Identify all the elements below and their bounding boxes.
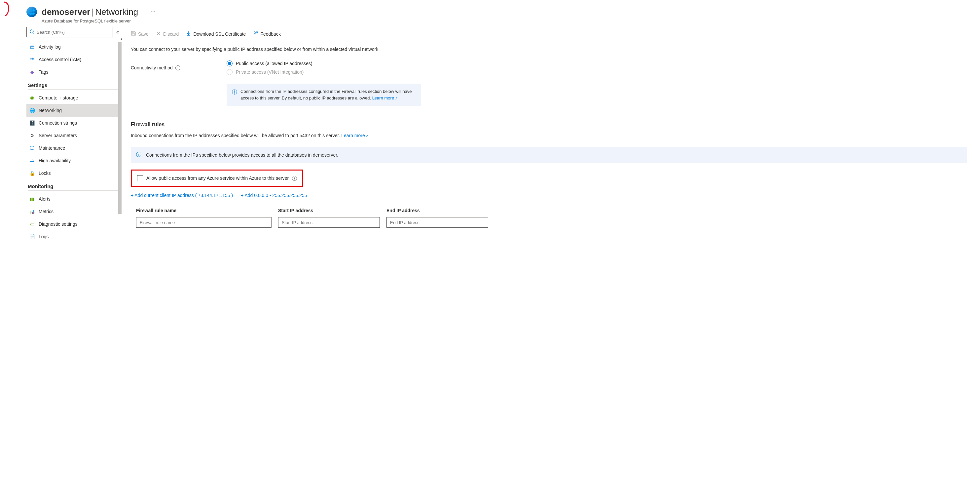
info-icon[interactable]: i [175, 65, 180, 70]
sidebar-section-settings: Settings [28, 82, 119, 89]
sidebar-item-logs[interactable]: 📄 Logs [26, 230, 119, 243]
radio-indicator-icon [227, 69, 232, 75]
svg-point-6 [254, 32, 255, 33]
sidebar-item-networking[interactable]: 🌐 Networking [26, 104, 119, 117]
sidebar-item-label: Server parameters [39, 133, 77, 138]
database-globe-icon: 🌐 [26, 6, 37, 17]
networking-icon: 🌐 [29, 108, 35, 113]
high-availability-icon: ⇄ [29, 158, 35, 163]
sidebar-item-label: Access control (IAM) [39, 57, 81, 62]
end-ip-input[interactable] [387, 217, 488, 228]
sidebar-item-activity-log[interactable]: ▤ Activity log [26, 41, 119, 53]
firewall-rules-heading: Firewall rules [131, 122, 967, 127]
tag-icon: ◆ [29, 69, 35, 75]
connection-strings-icon: 🗄️ [29, 120, 35, 126]
external-link-icon: ↗ [395, 96, 398, 100]
sidebar-item-label: Activity log [39, 44, 61, 49]
sidebar-scrollbar[interactable] [118, 42, 122, 214]
feedback-button[interactable]: Feedback [253, 31, 280, 37]
sidebar-item-label: High availability [39, 158, 71, 163]
download-ssl-button[interactable]: Download SSL Certificate [186, 31, 246, 37]
discard-button[interactable]: Discard [156, 31, 179, 37]
discard-icon [156, 31, 161, 37]
radio-public-access[interactable]: Public access (allowed IP addresses) [227, 61, 967, 67]
lock-icon: 🔒 [29, 171, 35, 176]
collapse-sidebar-button[interactable]: « [116, 29, 119, 35]
sidebar-item-tags[interactable]: ◆ Tags [26, 66, 119, 78]
svg-line-1 [33, 33, 34, 34]
info-icon: ⓘ [232, 88, 237, 101]
start-ip-input[interactable] [278, 217, 380, 228]
learn-more-link[interactable]: Learn more↗ [372, 96, 398, 100]
toolbar: Save Discard Download SSL Certificate [131, 27, 967, 41]
sidebar-item-access-control[interactable]: ᴬᴿ Access control (IAM) [26, 53, 119, 66]
svg-point-0 [30, 30, 33, 33]
activity-log-icon: ▤ [29, 44, 35, 49]
feedback-icon [253, 31, 258, 37]
download-ssl-label: Download SSL Certificate [193, 31, 246, 37]
connectivity-method-text: Connectivity method [131, 65, 173, 70]
sidebar-item-compute-storage[interactable]: ◉ Compute + storage [26, 92, 119, 104]
more-button[interactable]: ··· [151, 9, 156, 14]
firewall-rule-name-input[interactable] [136, 217, 272, 228]
sidebar-item-label: Maintenance [39, 145, 65, 151]
search-icon [29, 29, 35, 35]
metrics-icon: 📊 [29, 209, 35, 214]
firewall-table-header: Firewall rule name Start IP address End … [131, 208, 967, 213]
blade-title: Networking [95, 7, 138, 17]
sidebar-item-metrics[interactable]: 📊 Metrics [26, 205, 119, 218]
sidebar-item-diagnostic-settings[interactable]: ▭ Diagnostic settings [26, 218, 119, 230]
sidebar-item-server-parameters[interactable]: ⚙ Server parameters [26, 129, 119, 142]
radio-indicator-icon [227, 61, 232, 67]
firewall-rules-description: Inbound connections from the IP addresse… [131, 133, 967, 138]
sidebar-item-label: Logs [39, 234, 49, 239]
server-name: demoserver [41, 7, 90, 17]
sidebar-item-high-availability[interactable]: ⇄ High availability [26, 155, 119, 167]
learn-more-text: Learn more [372, 96, 394, 100]
sidebar-item-label: Metrics [39, 209, 54, 214]
sidebar-item-label: Networking [39, 108, 62, 113]
add-all-ips-link[interactable]: + Add 0.0.0.0 - 255.255.255.255 [241, 193, 307, 198]
sidebar-item-label: Alerts [39, 196, 51, 202]
firewall-info-banner: ⓘ Connections from the IPs specified bel… [131, 147, 967, 163]
sidebar-search[interactable] [26, 27, 113, 37]
server-parameters-icon: ⚙ [29, 133, 35, 138]
access-control-icon: ᴬᴿ [29, 57, 35, 62]
col-rule-name: Firewall rule name [136, 208, 272, 213]
info-icon[interactable]: i [292, 176, 297, 181]
sidebar-item-label: Compute + storage [39, 95, 78, 100]
sidebar-item-locks[interactable]: 🔒 Locks [26, 167, 119, 180]
save-button[interactable]: Save [131, 31, 149, 37]
allow-azure-checkbox[interactable] [137, 175, 143, 181]
external-link-icon: ↗ [366, 134, 369, 138]
logs-icon: 📄 [29, 234, 35, 239]
allow-azure-label: Allow public access from any Azure servi… [146, 175, 289, 181]
sidebar-item-label: Connection strings [39, 120, 77, 126]
download-icon [186, 31, 191, 37]
sidebar-item-maintenance[interactable]: 🖵 Maintenance [26, 142, 119, 155]
firewall-rule-row [131, 217, 967, 228]
firewall-desc-text: Inbound connections from the IP addresse… [131, 133, 341, 138]
connectivity-method-label: Connectivity method i [131, 61, 227, 75]
learn-more-link[interactable]: Learn more↗ [341, 133, 369, 138]
public-access-info-box: ⓘ Connections from the IP addresses conf… [227, 84, 421, 106]
sidebar-search-input[interactable] [37, 30, 110, 35]
save-label: Save [138, 31, 149, 37]
intro-text: You can connect to your server by specif… [131, 46, 967, 52]
resource-type-label: Azure Database for PostgreSQL flexible s… [41, 19, 980, 27]
sidebar-item-alerts[interactable]: ▮▮ Alerts [26, 193, 119, 205]
compute-icon: ◉ [29, 95, 35, 100]
radio-private-access: Private access (VNet Integration) [227, 69, 967, 75]
sidebar-item-label: Diagnostic settings [39, 222, 78, 227]
learn-more-text: Learn more [341, 133, 365, 138]
add-client-ip-link[interactable]: + Add current client IP address ( 73.144… [131, 193, 233, 198]
radio-label: Public access (allowed IP addresses) [236, 61, 312, 66]
allow-azure-highlight-box: Allow public access from any Azure servi… [131, 169, 303, 187]
sidebar: « ▴ ▤ Activity log ᴬᴿ Access control (IA… [26, 27, 121, 243]
firewall-banner-text: Connections from the IPs specified below… [146, 152, 338, 158]
sidebar-item-connection-strings[interactable]: 🗄️ Connection strings [26, 117, 119, 129]
alerts-icon: ▮▮ [29, 196, 35, 202]
col-start-ip: Start IP address [278, 208, 380, 213]
sidebar-item-label: Locks [39, 171, 51, 176]
scroll-up-icon[interactable]: ▴ [121, 37, 123, 41]
